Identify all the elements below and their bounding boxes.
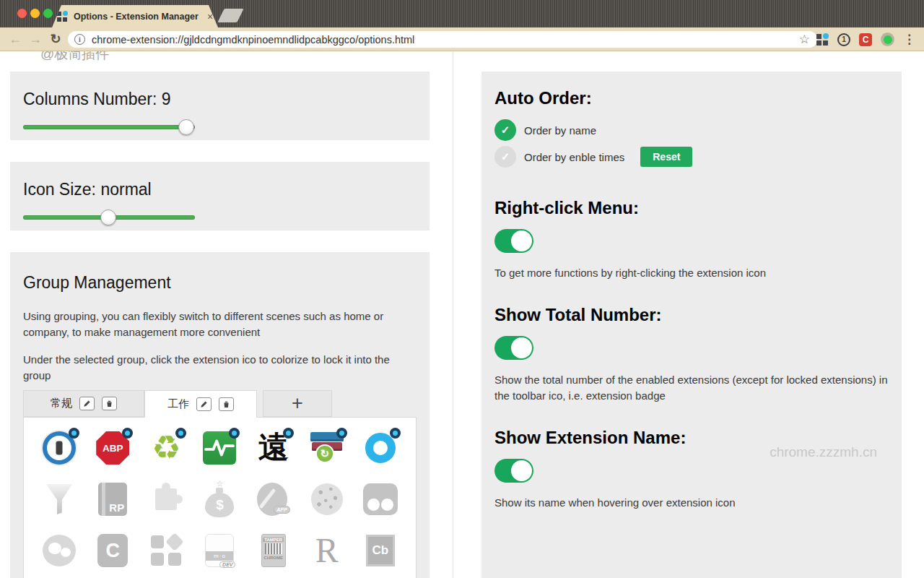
slider-thumb[interactable]: [100, 210, 116, 225]
rp-card-icon: RP: [98, 483, 127, 516]
check-circle-icon[interactable]: ✓: [494, 119, 516, 141]
auto-order-title: Auto Order:: [494, 87, 889, 109]
extension-icon-m-o-dev[interactable]: m·o DEV: [201, 532, 237, 569]
group-management-card: Group Management Using grouping, you can…: [10, 252, 430, 578]
back-icon[interactable]: ←: [6, 30, 25, 48]
minimize-window-button[interactable]: [30, 9, 40, 18]
forward-icon[interactable]: →: [26, 30, 45, 48]
auto-order-card: Auto Order: ✓ Order by name ✓ Order by e…: [481, 72, 902, 181]
page-info-icon[interactable]: i: [74, 34, 85, 45]
locked-badge-icon: [229, 428, 240, 439]
extension-icon-wrench-app[interactable]: APP: [256, 481, 292, 517]
edit-group-button[interactable]: [79, 397, 95, 410]
new-tab-button[interactable]: [217, 9, 243, 22]
slider-track[interactable]: [23, 125, 195, 129]
app-badge: APP: [274, 506, 289, 514]
delete-group-button[interactable]: [219, 397, 234, 411]
options-page: @极简插件 Columns Number: 9 Icon Size: norma…: [0, 51, 924, 578]
extension-icon-cookie[interactable]: [309, 481, 345, 517]
add-group-tab[interactable]: +: [263, 390, 332, 417]
blue-ring-icon: [365, 433, 396, 463]
extension-icon-recycle[interactable]: ♻: [148, 430, 184, 466]
extension-icon-chat-bubbles[interactable]: [41, 532, 77, 569]
right-click-menu-toggle[interactable]: [494, 229, 533, 253]
trash-icon: [105, 400, 113, 407]
locked-badge-icon: [336, 428, 347, 439]
order-by-enable-times-option[interactable]: ✓ Order by enble times Reset: [494, 146, 889, 168]
group-management-title: Group Management: [23, 272, 417, 293]
extension-icon-onepassword[interactable]: [41, 430, 77, 466]
extension-icon-rp[interactable]: RP: [95, 481, 131, 517]
extension-icon-app-grid[interactable]: [148, 532, 184, 569]
extension-icon-letter-c[interactable]: C: [95, 532, 131, 569]
toggle-knob[interactable]: [511, 460, 532, 481]
m-o-dev-icon: m·o DEV: [205, 534, 234, 567]
columns-number-title: Columns Number: 9: [23, 89, 417, 109]
letter-c-icon: C: [97, 534, 128, 567]
order-by-name-option[interactable]: ✓ Order by name: [494, 119, 889, 141]
icon-size-slider[interactable]: [23, 210, 195, 225]
icon-size-card: Icon Size: normal: [10, 162, 430, 230]
barcode: [265, 543, 282, 554]
wrench-icon: APP: [257, 483, 290, 516]
group-desc-1: Using grouping, you can flexibly switch …: [23, 309, 396, 340]
extension-manager-toolbar-icon[interactable]: [816, 33, 829, 46]
group-tab-changgui[interactable]: 常规: [23, 390, 144, 417]
extension-icon-funnel[interactable]: [41, 481, 77, 517]
reset-button[interactable]: Reset: [640, 147, 692, 167]
browser-menu-icon[interactable]: ⋮: [903, 32, 915, 47]
serif-r-icon: R: [309, 532, 345, 569]
edit-group-button[interactable]: [196, 397, 212, 411]
slider-thumb[interactable]: [178, 119, 194, 135]
extension-icon-pulse-monitor[interactable]: [201, 430, 237, 466]
group-tab-label: 常规: [51, 397, 72, 410]
money-bag-icon: ☆ $: [201, 481, 237, 517]
tamper-chrome-icon: TAMPER CHROME: [261, 534, 286, 567]
right-click-menu-desc: To get more functions by right-clicking …: [494, 265, 889, 281]
group-tab-gongzuo-active[interactable]: 工作: [144, 390, 257, 418]
right-column: Auto Order: ✓ Order by name ✓ Order by e…: [481, 72, 902, 578]
columns-number-slider[interactable]: [23, 119, 195, 135]
chat-bubbles-icon: [43, 535, 76, 566]
delete-group-button[interactable]: [102, 397, 117, 410]
extension-icon-letter-r[interactable]: R: [309, 532, 345, 569]
group-desc-2: Under the selected group, click the exte…: [23, 352, 396, 384]
reload-icon[interactable]: ↻: [46, 30, 65, 48]
extension-icon-puzzle[interactable]: [148, 481, 184, 517]
cookie-icon: [311, 483, 343, 515]
extension-icon-tamper-chrome[interactable]: TAMPER CHROME: [256, 532, 292, 569]
extension-icon-book-stack-refresh[interactable]: ↻: [309, 430, 345, 466]
extension-icon-cb[interactable]: Cb: [362, 532, 398, 569]
red-c-toolbar-icon[interactable]: C: [859, 33, 872, 46]
columns-number-card: Columns Number: 9: [10, 72, 430, 140]
show-total-number-card: Show Total Number: Show the total number…: [481, 288, 902, 411]
extension-icon-two-circles[interactable]: [362, 481, 398, 517]
bookmark-star-icon[interactable]: ☆: [799, 33, 810, 46]
extension-icon-calligraphy[interactable]: 遠: [256, 430, 292, 466]
locked-badge-icon: [283, 428, 294, 439]
browser-toolbar: ← → ↻ i chrome-extension://gjldcdngmdknp…: [0, 27, 924, 51]
extension-icon-adblock-plus[interactable]: ABP: [95, 430, 131, 466]
refresh-icon: ↻: [315, 444, 334, 463]
extension-icon-blue-ring[interactable]: [362, 430, 398, 466]
close-tab-icon[interactable]: ×: [207, 11, 213, 22]
zoom-window-button[interactable]: [43, 9, 53, 18]
address-bar[interactable]: i chrome-extension://gjldcdngmdknpinoemn…: [68, 31, 817, 48]
onepassword-toolbar-icon[interactable]: 1: [837, 33, 850, 46]
extension-icon-money-bag[interactable]: ☆ $: [201, 481, 237, 517]
toggle-knob[interactable]: [511, 230, 532, 251]
locked-badge-icon: [175, 428, 186, 439]
green-dot-toolbar-icon[interactable]: [881, 33, 894, 46]
watermark-site: chrome.zzzmh.cn: [770, 444, 877, 460]
close-window-button[interactable]: [17, 9, 27, 18]
plus-icon: +: [292, 392, 303, 415]
show-extension-name-toggle[interactable]: [494, 459, 533, 483]
browser-tab[interactable]: Options - Extension Manager ×: [52, 5, 218, 27]
show-total-number-toggle[interactable]: [494, 336, 533, 360]
toggle-knob[interactable]: [511, 337, 532, 358]
icon-size-title: Icon Size: normal: [23, 179, 417, 199]
show-total-number-title: Show Total Number:: [494, 304, 889, 326]
check-circle-icon[interactable]: ✓: [494, 146, 516, 168]
locked-badge-icon: [69, 428, 79, 439]
cb-square-icon: Cb: [366, 535, 395, 566]
